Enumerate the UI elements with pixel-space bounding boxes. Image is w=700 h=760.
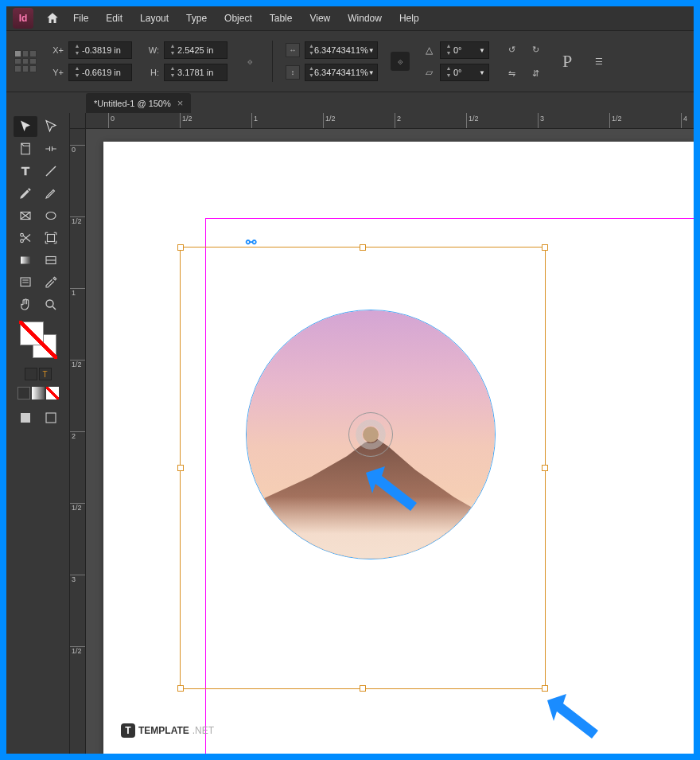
- control-bar: X+ ▲▼-0.3819 in Y+ ▲▼-0.6619 in W: ▲▼2.5…: [6, 30, 694, 92]
- free-transform-tool[interactable]: [39, 228, 63, 248]
- home-icon[interactable]: [41, 11, 64, 25]
- h-label: H:: [145, 68, 159, 77]
- apply-container-icon[interactable]: [25, 368, 37, 380]
- svg-rect-10: [21, 413, 30, 423]
- scissors-tool[interactable]: [14, 228, 37, 248]
- handle-bottom-left[interactable]: [177, 685, 184, 692]
- handle-bottom-mid[interactable]: [360, 685, 366, 692]
- link-badge-icon: ⚯: [246, 235, 256, 250]
- canvas-area[interactable]: 0 1/2 1 1/2 2 1/2 3 1/2 4 0 1/2 1 1/2 2 …: [70, 113, 694, 754]
- horizontal-ruler[interactable]: 0 1/2 1 1/2 2 1/2 3 1/2 4: [86, 113, 694, 129]
- menu-help[interactable]: Help: [391, 10, 427, 27]
- paragraph-icon[interactable]: P: [558, 52, 577, 71]
- pencil-tool[interactable]: [39, 183, 63, 204]
- eyedropper-tool[interactable]: [39, 272, 63, 293]
- hand-tool[interactable]: [14, 294, 37, 315]
- fill-stroke-swatches[interactable]: [20, 322, 56, 358]
- app-icon: Id: [13, 8, 33, 29]
- rectangle-frame-tool[interactable]: [14, 205, 37, 226]
- gap-tool[interactable]: [39, 138, 63, 159]
- view-mode-preview[interactable]: [39, 407, 63, 428]
- svg-rect-8: [21, 278, 30, 286]
- watermark: T TEMPLATE.NET: [121, 723, 214, 738]
- y-input[interactable]: ▲▼-0.6619 in: [68, 64, 132, 81]
- shear-icon: ▱: [422, 67, 435, 78]
- zoom-tool[interactable]: [39, 294, 63, 315]
- flip-v-icon[interactable]: ⇵: [526, 64, 545, 83]
- pen-tool[interactable]: [14, 183, 37, 204]
- gradient-feather-tool[interactable]: [39, 250, 63, 271]
- svg-rect-6: [21, 257, 30, 264]
- selection-bounding-box[interactable]: ⚯: [180, 247, 546, 689]
- annotation-arrow-corner: [546, 694, 601, 740]
- workspace: T 0 1/2 1 1/2 2 1/2 3 1/2: [6, 113, 694, 754]
- svg-point-9: [46, 300, 53, 307]
- scale-y-icon: ↕: [286, 65, 300, 80]
- h-input[interactable]: ▲▼3.1781 in: [164, 64, 228, 81]
- menu-object[interactable]: Object: [216, 10, 260, 27]
- apply-gradient-icon[interactable]: [32, 387, 45, 399]
- handle-bottom-right[interactable]: [542, 685, 548, 692]
- x-label: X+: [49, 45, 64, 55]
- annotation-arrow-center: [364, 466, 420, 513]
- rotate-cw-icon[interactable]: ↻: [526, 40, 545, 59]
- more-options-icon[interactable]: ☰: [589, 52, 609, 71]
- apply-none-icon[interactable]: [46, 387, 59, 399]
- gradient-swatch-tool[interactable]: [14, 250, 37, 271]
- content-grabber-icon[interactable]: [348, 412, 393, 457]
- svg-rect-11: [46, 413, 56, 423]
- apply-text-icon[interactable]: T: [39, 368, 52, 380]
- w-input[interactable]: ▲▼2.5425 in: [164, 41, 228, 59]
- svg-point-2: [46, 212, 56, 220]
- tab-title: *Untitled-1 @ 150%: [94, 99, 171, 108]
- tab-close-icon[interactable]: ×: [177, 97, 184, 109]
- document-tab[interactable]: *Untitled-1 @ 150% ×: [86, 93, 191, 113]
- x-input[interactable]: ▲▼-0.3819 in: [68, 41, 132, 59]
- menu-view[interactable]: View: [301, 10, 338, 27]
- menu-table[interactable]: Table: [262, 10, 301, 27]
- menu-type[interactable]: Type: [178, 10, 215, 27]
- note-tool[interactable]: [14, 272, 37, 293]
- reference-point-grid[interactable]: [14, 50, 37, 72]
- rotate-icon: △: [422, 45, 435, 56]
- scale-x-input[interactable]: ▲▼6.34743411%▼: [305, 41, 378, 59]
- constrain-scale-icon[interactable]: ⟐: [391, 52, 410, 71]
- watermark-icon: T: [121, 723, 135, 738]
- menu-edit[interactable]: Edit: [98, 10, 130, 27]
- handle-top-right[interactable]: [542, 244, 548, 251]
- y-label: Y+: [49, 68, 64, 77]
- handle-mid-right[interactable]: [542, 465, 548, 471]
- constrain-wh-icon[interactable]: ⟐: [240, 52, 259, 71]
- menu-file[interactable]: File: [65, 10, 96, 27]
- page[interactable]: ⚯ T: [103, 142, 694, 754]
- rotate-ccw-icon[interactable]: ↺: [502, 40, 521, 59]
- ellipse-tool[interactable]: [39, 205, 63, 226]
- view-mode-normal[interactable]: [14, 407, 37, 428]
- direct-selection-tool[interactable]: [39, 116, 63, 137]
- menu-window[interactable]: Window: [340, 10, 390, 27]
- flip-h-icon[interactable]: ⇋: [502, 64, 521, 83]
- ruler-origin[interactable]: [70, 113, 86, 129]
- shear-input[interactable]: ▲▼0°▼: [440, 64, 489, 81]
- svg-rect-5: [47, 235, 54, 242]
- scale-y-input[interactable]: ▲▼6.34743411%▼: [305, 64, 378, 81]
- handle-top-left[interactable]: [177, 244, 184, 251]
- fill-swatch[interactable]: [20, 322, 44, 345]
- selection-tool[interactable]: [14, 116, 37, 137]
- tools-panel: T: [6, 113, 70, 754]
- indesign-window: Id File Edit Layout Type Object Table Vi…: [6, 6, 694, 754]
- menu-layout[interactable]: Layout: [132, 10, 177, 27]
- apply-color-icon[interactable]: [18, 387, 30, 399]
- line-tool[interactable]: [39, 161, 63, 181]
- circle-image-frame[interactable]: [246, 310, 496, 559]
- document-tab-bar: *Untitled-1 @ 150% ×: [6, 92, 694, 113]
- handle-mid-left[interactable]: [177, 465, 184, 471]
- vertical-ruler[interactable]: 0 1/2 1 1/2 2 1/2 3 1/2: [70, 129, 86, 754]
- w-label: W:: [145, 45, 159, 55]
- scale-x-icon: ↔: [286, 43, 300, 57]
- page-tool[interactable]: [14, 138, 37, 159]
- handle-top-mid[interactable]: [360, 244, 366, 251]
- rotate-input[interactable]: ▲▼0°▼: [440, 41, 489, 59]
- type-tool[interactable]: [14, 161, 37, 181]
- menu-bar: Id File Edit Layout Type Object Table Vi…: [6, 6, 694, 30]
